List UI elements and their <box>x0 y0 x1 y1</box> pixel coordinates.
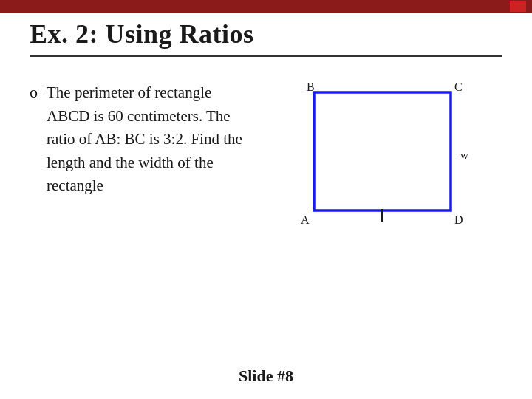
label-a: A <box>301 214 310 226</box>
slide-number: Slide #8 <box>0 366 532 386</box>
rectangle-diagram: B C A D w <box>284 78 469 248</box>
top-bar <box>0 0 532 13</box>
top-bar-accent <box>510 1 526 12</box>
label-w: w <box>460 149 468 161</box>
title-divider <box>30 55 502 57</box>
label-b: B <box>307 81 315 93</box>
label-c: C <box>454 81 463 93</box>
content-area: o The perimeter of rectangle ABCD is 60 … <box>30 74 502 355</box>
problem-text: The perimeter of rectangle ABCD is 60 ce… <box>47 81 251 198</box>
svg-rect-0 <box>314 92 451 211</box>
diagram-column: B C A D w <box>251 74 502 248</box>
title-section: Ex. 2: Using Ratios <box>30 18 502 57</box>
bullet-icon: o <box>30 83 38 102</box>
label-d: D <box>454 214 463 226</box>
text-column: o The perimeter of rectangle ABCD is 60 … <box>30 74 251 198</box>
page-title: Ex. 2: Using Ratios <box>30 18 502 50</box>
